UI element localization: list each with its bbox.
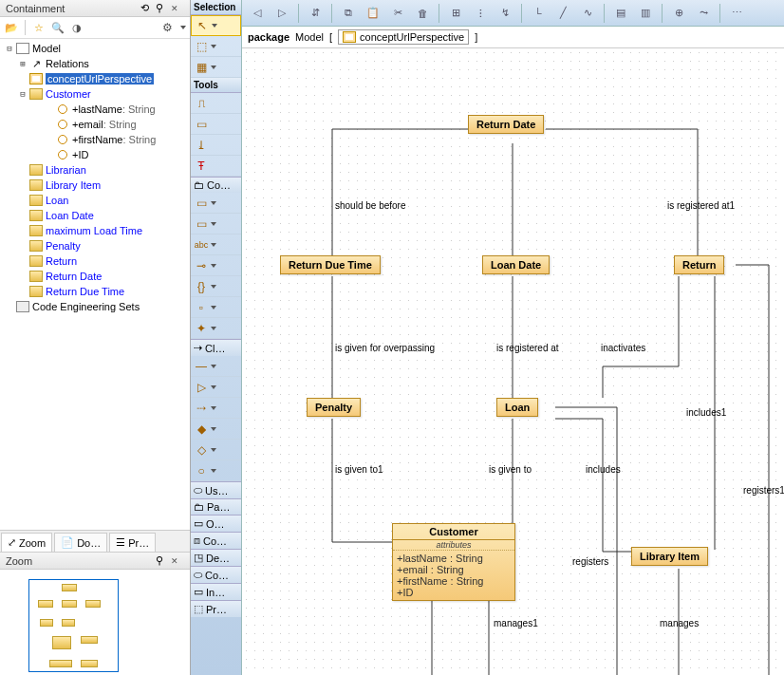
tool-stamp[interactable]: ⎍ bbox=[191, 93, 241, 114]
tree-librarian[interactable]: ·Librarian bbox=[0, 162, 190, 178]
tree-return-due[interactable]: ·Return Due Time bbox=[0, 284, 190, 299]
tab-zoom[interactable]: ⤢ Zoom bbox=[1, 533, 52, 552]
palette-tab-pa[interactable]: 🗀Pa… bbox=[191, 498, 241, 515]
containment-tree[interactable]: ⊟ Model ⊞↗ Relations · conceptUrlPerspec… bbox=[0, 39, 190, 530]
tab-prop[interactable]: ☰ Pr… bbox=[109, 533, 156, 552]
tool-braces[interactable]: {} bbox=[191, 276, 241, 297]
signal-icon: ✦ bbox=[194, 321, 209, 336]
node-customer[interactable]: Customer attributes +lastName : String +… bbox=[392, 523, 515, 601]
back-icon[interactable]: ◁ bbox=[246, 3, 269, 24]
palette-tab-cl[interactable]: ⇢Cl… bbox=[191, 339, 241, 356]
tool-agg[interactable]: ◇ bbox=[191, 440, 241, 460]
palette-tab-co3[interactable]: ⬭Co… bbox=[191, 566, 241, 583]
tree-attr-firstname[interactable]: · +firstName : String bbox=[0, 132, 190, 147]
palette-tab-pr[interactable]: ⬚Pr… bbox=[191, 600, 241, 617]
tree-attr-id[interactable]: · +ID bbox=[0, 147, 190, 162]
breadcrumb-model[interactable]: Model bbox=[295, 31, 324, 43]
align-icon[interactable]: ▤ bbox=[609, 3, 632, 24]
panel-pin-icon[interactable]: ⚲ bbox=[156, 2, 169, 15]
diagram-canvas[interactable]: Return Date Return Due Time Loan Date Re… bbox=[242, 48, 784, 675]
palette-tab-us[interactable]: ⬭Us… bbox=[191, 481, 241, 498]
forward-icon[interactable]: ▷ bbox=[271, 3, 293, 24]
more-icon[interactable]: ⋯ bbox=[725, 3, 748, 24]
node-return[interactable]: Return bbox=[674, 255, 724, 274]
tool-port[interactable]: ▫ bbox=[191, 297, 241, 318]
palette-tab-o[interactable]: ▭O… bbox=[191, 515, 241, 532]
node-return-due-time[interactable]: Return Due Time bbox=[280, 255, 381, 274]
palette-tab-co[interactable]: 🗀Co… bbox=[191, 177, 241, 193]
cut-icon[interactable]: ✂ bbox=[386, 3, 409, 24]
link-label: is given for overpassing bbox=[335, 343, 435, 353]
tool-text[interactable]: Ŧ bbox=[191, 156, 241, 177]
tool-assoc[interactable]: — bbox=[191, 356, 241, 377]
settings-icon[interactable] bbox=[159, 20, 175, 35]
delete-icon[interactable]: 🗑 bbox=[411, 3, 434, 24]
tool-class2[interactable]: ▭ bbox=[191, 214, 241, 234]
panel-close-icon[interactable] bbox=[171, 2, 184, 15]
tool-dep[interactable]: ⤏ bbox=[191, 398, 241, 419]
new-relation-icon[interactable]: ⤳ bbox=[692, 3, 715, 24]
tool-pointer[interactable]: ↖ bbox=[191, 15, 241, 36]
settings-dropdown-icon[interactable] bbox=[180, 26, 186, 29]
tool-marquee[interactable]: ⬚ bbox=[191, 36, 241, 57]
tree-max-load[interactable]: ·maximum Load Time bbox=[0, 223, 190, 238]
tree-relations[interactable]: ⊞↗ Relations bbox=[0, 56, 190, 71]
tree-attr-email[interactable]: · +email : String bbox=[0, 117, 190, 132]
zoom-pin-icon[interactable]: ⚲ bbox=[156, 554, 169, 568]
tree-loan[interactable]: ·Loan bbox=[0, 193, 190, 208]
search-icon[interactable] bbox=[50, 20, 65, 35]
tool-abc[interactable]: abc bbox=[191, 234, 241, 255]
zoom-canvas[interactable] bbox=[0, 570, 190, 675]
tool-anchor[interactable]: ⥙ bbox=[191, 135, 241, 156]
tree-attr-lastname[interactable]: · +lastName : String bbox=[0, 102, 190, 117]
tree-perspective[interactable]: · conceptUrlPerspective bbox=[0, 71, 190, 86]
left-panel: Containment ⟲ ⚲ 📂 ◑ ⊟ Model ⊞↗ Relations bbox=[0, 0, 191, 675]
breadcrumb-diagram-box[interactable]: conceptUrlPerspective bbox=[338, 29, 469, 45]
route-icon[interactable]: ↯ bbox=[494, 3, 516, 24]
breadcrumb: package Model [ conceptUrlPerspective ] bbox=[242, 27, 784, 48]
tab-label: Co… bbox=[205, 570, 229, 581]
node-loan-date[interactable]: Loan Date bbox=[482, 255, 550, 274]
layout-icon[interactable]: ⊞ bbox=[444, 3, 467, 24]
node-library-item[interactable]: Library Item bbox=[631, 547, 708, 566]
node-return-date[interactable]: Return Date bbox=[468, 115, 544, 134]
favorite-icon[interactable] bbox=[31, 20, 47, 35]
tool-signal[interactable]: ✦ bbox=[191, 318, 241, 339]
orth-icon[interactable]: └ bbox=[527, 3, 550, 24]
tool-real[interactable]: ○ bbox=[191, 460, 241, 481]
tool-class1[interactable]: ▭ bbox=[191, 193, 241, 214]
hierarchy-icon[interactable]: ᎒ bbox=[469, 3, 492, 24]
tree-model[interactable]: ⊟ Model bbox=[0, 41, 190, 56]
palette-tab-in[interactable]: ▭In… bbox=[191, 583, 241, 600]
tab-label: Zoom bbox=[19, 537, 46, 549]
new-element-icon[interactable]: ⊕ bbox=[667, 3, 690, 24]
diag-icon[interactable]: ╱ bbox=[551, 3, 574, 24]
palette-tab-de[interactable]: ◳De… bbox=[191, 549, 241, 566]
tree-library-item[interactable]: ·Library Item bbox=[0, 178, 190, 193]
tool-comp[interactable]: ◆ bbox=[191, 419, 241, 440]
copy-icon[interactable]: ⧉ bbox=[337, 3, 360, 24]
tree-penalty[interactable]: ·Penalty bbox=[0, 238, 190, 253]
tree-sync-icon[interactable]: ⇵ bbox=[304, 3, 327, 24]
palette-tab-co2[interactable]: ⧈Co… bbox=[191, 532, 241, 549]
tree-code-eng-sets[interactable]: ·Code Engineering Sets bbox=[0, 299, 190, 314]
node-penalty[interactable]: Penalty bbox=[307, 398, 361, 417]
tool-lollipop[interactable]: ⊸ bbox=[191, 255, 241, 276]
node-loan[interactable]: Loan bbox=[496, 398, 538, 417]
open-icon[interactable]: 📂 bbox=[4, 20, 19, 35]
tree-return[interactable]: ·Return bbox=[0, 253, 190, 269]
filter-icon[interactable]: ◑ bbox=[69, 20, 84, 35]
tree-customer[interactable]: ⊟ Customer bbox=[0, 86, 190, 102]
panel-sync-icon[interactable]: ⟲ bbox=[140, 2, 154, 15]
tool-note[interactable]: ▭ bbox=[191, 114, 241, 135]
tree-loan-date[interactable]: ·Loan Date bbox=[0, 208, 190, 223]
tool-gen[interactable]: ▷ bbox=[191, 377, 241, 398]
paste-icon[interactable]: 📋 bbox=[362, 3, 384, 24]
tree-return-date[interactable]: ·Return Date bbox=[0, 269, 190, 284]
curve-icon[interactable]: ∿ bbox=[576, 3, 599, 24]
tool-grid[interactable]: ▦ bbox=[191, 57, 241, 78]
distribute-icon[interactable]: ▥ bbox=[634, 3, 657, 24]
tab-doc[interactable]: 📄 Do… bbox=[54, 533, 107, 552]
zoom-close-icon[interactable] bbox=[171, 554, 184, 568]
node-customer-attributes: +lastName : String +email : String +firs… bbox=[393, 551, 514, 600]
